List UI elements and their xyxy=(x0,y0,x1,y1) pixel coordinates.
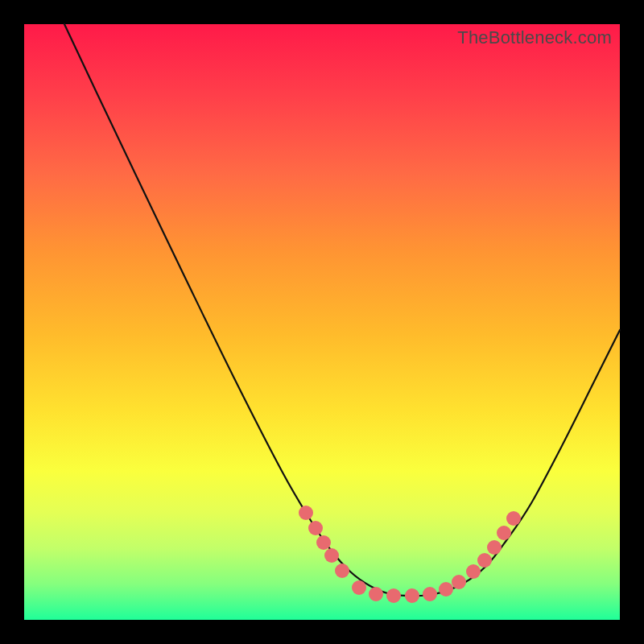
data-point xyxy=(423,587,437,601)
chart-frame: TheBottleneck.com xyxy=(0,0,644,644)
data-point xyxy=(497,526,511,540)
data-point xyxy=(439,582,453,597)
data-point xyxy=(316,535,331,550)
data-point xyxy=(324,548,339,563)
data-point xyxy=(452,575,466,589)
plot-area: TheBottleneck.com xyxy=(24,24,620,620)
data-point xyxy=(299,506,313,520)
bottleneck-curve xyxy=(64,24,620,596)
data-point xyxy=(405,588,419,603)
data-point xyxy=(386,588,401,603)
data-point xyxy=(466,564,481,579)
curve-svg xyxy=(24,24,620,620)
data-point xyxy=(369,587,383,601)
data-point xyxy=(308,521,323,535)
data-point xyxy=(477,553,492,568)
data-point xyxy=(487,540,502,555)
data-point xyxy=(352,580,366,595)
data-points-group xyxy=(299,506,521,603)
data-point xyxy=(506,511,521,526)
data-point xyxy=(335,564,349,578)
